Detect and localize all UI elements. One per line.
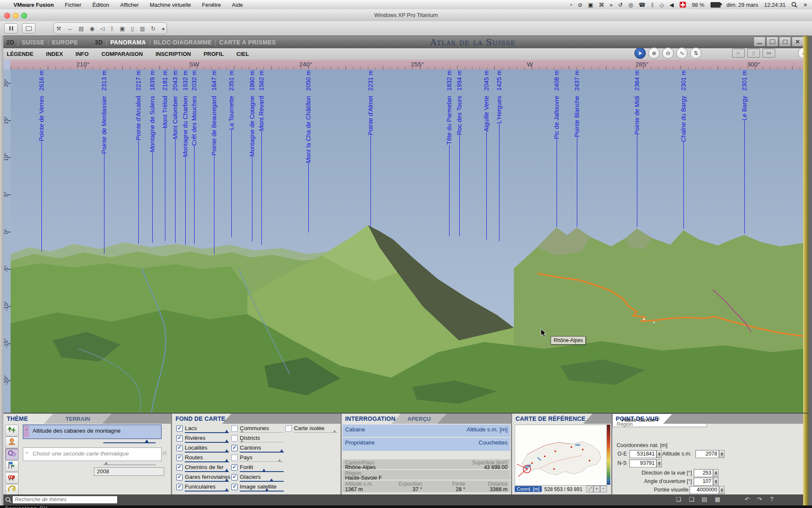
volume-icon[interactable]: ◀ <box>669 2 674 8</box>
sync-icon[interactable]: ↻ <box>151 25 156 32</box>
peak-label-montagne-de-cotagne[interactable]: Montagne de Cotagne 1860 m <box>248 70 256 241</box>
layer-toggle-glaciers[interactable]: ✓Glaciers <box>231 474 286 483</box>
layer-opacity-slider[interactable] <box>240 481 284 482</box>
slider-marker[interactable] <box>265 488 269 491</box>
comment-bubble-icon[interactable]: ❏ <box>676 496 681 502</box>
do-not-disturb-icon[interactable]: ⊘ <box>578 2 582 8</box>
slider-marker[interactable] <box>278 459 281 462</box>
checkbox-unchecked[interactable] <box>231 455 238 461</box>
chevron-up-icon[interactable]: ⌃ <box>24 425 29 437</box>
chevron-up-icon[interactable]: ⌃ <box>614 417 618 422</box>
help-icon[interactable]: ? <box>770 496 774 502</box>
menubar-date[interactable]: dim. 29 mars <box>727 2 758 8</box>
peak-label-l-hergues[interactable]: L'Hergues 1425 m <box>495 70 503 241</box>
layer-opacity-slider[interactable] <box>240 432 284 433</box>
layer-opacity-slider[interactable] <box>240 471 284 472</box>
layer-opacity-slider[interactable] <box>185 452 229 453</box>
economy-button[interactable] <box>5 448 19 460</box>
checkbox-checked[interactable]: ✓ <box>231 474 238 480</box>
menu-item-ciel[interactable]: CIEL <box>236 51 249 57</box>
printer-icon[interactable]: ▥ <box>140 25 145 32</box>
peak-label-pointe-de-merdassier[interactable]: Pointe de Merdassier 2313 m <box>100 70 108 254</box>
peak-label-cha-ne-du-bargy[interactable]: Chaîne du Bargy 2301 m <box>680 70 687 229</box>
notification-center-icon[interactable]: ≡ <box>804 2 807 8</box>
boundaries-button[interactable] <box>5 460 19 472</box>
app-close-button[interactable]: × <box>792 37 804 47</box>
slider-marker[interactable] <box>240 439 244 442</box>
guide-book-icon[interactable]: ▦ <box>715 496 720 502</box>
stepper-icon[interactable] <box>719 486 724 494</box>
zoom-in-icon[interactable]: ⊕ <box>648 47 660 59</box>
macmenu-item-afficher[interactable]: Afficher <box>120 2 139 8</box>
peak-label-pointe-d-arcalod[interactable]: Pointe d'Arcalod 2217 m <box>134 70 142 244</box>
slider-handle[interactable] <box>145 439 149 443</box>
checkbox-checked[interactable]: ✓ <box>176 425 183 432</box>
layer-toggle-communes[interactable]: Communes <box>231 425 286 434</box>
communication-button[interactable] <box>5 484 19 496</box>
layer-toggle-lacs[interactable]: ✓Lacs <box>176 425 231 434</box>
stepper-icon[interactable] <box>719 450 724 458</box>
clear-theme-icon[interactable]: ✕ <box>162 427 167 433</box>
command-icon[interactable]: ⌘ <box>599 2 604 8</box>
app-maximize-button[interactable] <box>766 37 778 47</box>
macmenu-item-fichier[interactable]: Fichier <box>65 2 81 8</box>
checkbox-checked[interactable]: ✓ <box>231 484 238 490</box>
peak-label-pointe-d-almet[interactable]: Pointe d'Almet 2231 m <box>367 70 374 227</box>
app-minimize-button[interactable] <box>754 37 765 47</box>
tab-apercu[interactable]: APERÇU <box>392 414 447 424</box>
layer-toggle-localit-s[interactable]: ✓Localités <box>176 444 231 454</box>
layer-opacity-slider[interactable] <box>240 461 284 462</box>
settings-wrench-icon[interactable]: ⚒ <box>56 25 61 32</box>
pdv-input-angle-d-ouverture-[interactable]: 107 <box>694 478 713 486</box>
slider-marker[interactable] <box>225 439 228 442</box>
checkbox-checked[interactable]: ✓ <box>176 484 183 490</box>
map-extent-button[interactable]: ⤢ <box>587 486 593 492</box>
layer-toggle-cantons[interactable]: ✓Cantons <box>231 444 286 454</box>
stepper-icon[interactable] <box>656 459 662 467</box>
stepper-icon[interactable] <box>656 450 662 458</box>
tab-terrain[interactable]: TERRAIN <box>44 414 112 424</box>
peak-label-le-bargy[interactable]: Le Bargy 2301 m <box>741 70 748 234</box>
frame-dashed-icon[interactable]: ⌲ <box>732 49 745 58</box>
menu-item-légende[interactable]: LÉGENDE <box>7 51 33 57</box>
slider-marker[interactable] <box>240 430 244 433</box>
peak-label-pointe-blanche[interactable]: Pointe Blanche 2437 m <box>573 70 581 227</box>
layer-opacity-slider[interactable] <box>294 432 338 433</box>
frame-split-icon[interactable]: ▯ <box>747 49 760 58</box>
slider-marker[interactable] <box>225 459 228 462</box>
checkbox-checked[interactable]: ✓ <box>176 464 183 471</box>
bluetooth-icon[interactable]: ᛒ <box>651 2 654 8</box>
bluetooth-device-icon[interactable]: ᛒ <box>110 25 114 32</box>
peak-label-la-tournette[interactable]: La Tournette 2351 m <box>228 70 235 237</box>
checkbox-checked[interactable]: ✓ <box>176 455 183 461</box>
pdv-input-direction-de-la-vue-[interactable]: 253 <box>694 469 713 477</box>
second-thematic-map-field[interactable]: ⌃ Choisir une seconde carte thématique <box>23 447 162 461</box>
macmenu-item-édition[interactable]: Édition <box>92 2 109 8</box>
checkbox-checked[interactable]: ✓ <box>231 464 238 471</box>
time-machine-icon[interactable]: ↺ <box>618 2 623 8</box>
peak-label-pic-de-jallouvre[interactable]: Pic de Jallouvre 2408 m <box>553 70 560 227</box>
nav-item-suisse[interactable]: SUISSE <box>22 39 44 46</box>
slider-marker[interactable] <box>262 469 266 472</box>
macmenu-item-aide[interactable]: Aide <box>232 2 243 8</box>
layer-toggle-carte-isol-e[interactable]: Carte isolée <box>285 425 340 434</box>
chevron-up-icon[interactable]: ⌃ <box>25 451 29 457</box>
layer-opacity-slider[interactable] <box>185 481 229 482</box>
transport-button[interactable] <box>5 472 19 484</box>
macmenu-item-fenêtre[interactable]: Fenêtre <box>202 2 221 8</box>
pdv-input-o-e[interactable]: 531841 <box>629 450 656 458</box>
slider-marker[interactable] <box>270 478 273 481</box>
slider-marker[interactable] <box>280 449 283 452</box>
nav-item-carte-a-prismes[interactable]: CARTE A PRISMES <box>219 39 276 46</box>
population-button[interactable] <box>5 436 19 448</box>
app-restore-button[interactable] <box>779 37 791 47</box>
slider-marker[interactable] <box>225 478 228 481</box>
frame-crossed-icon[interactable]: ⋈ <box>763 49 775 58</box>
stepper-icon[interactable] <box>713 478 719 486</box>
checkbox-checked[interactable]: ✓ <box>176 445 183 451</box>
layer-toggle-gares-ferroviaires[interactable]: ✓Gares ferroviaires <box>176 474 231 483</box>
redo-icon[interactable]: ↷ <box>757 496 762 502</box>
airport-icon[interactable]: ◇ <box>660 2 664 8</box>
layer-toggle-pays[interactable]: Pays <box>231 454 286 464</box>
print-icon[interactable]: ▤ <box>702 496 707 502</box>
